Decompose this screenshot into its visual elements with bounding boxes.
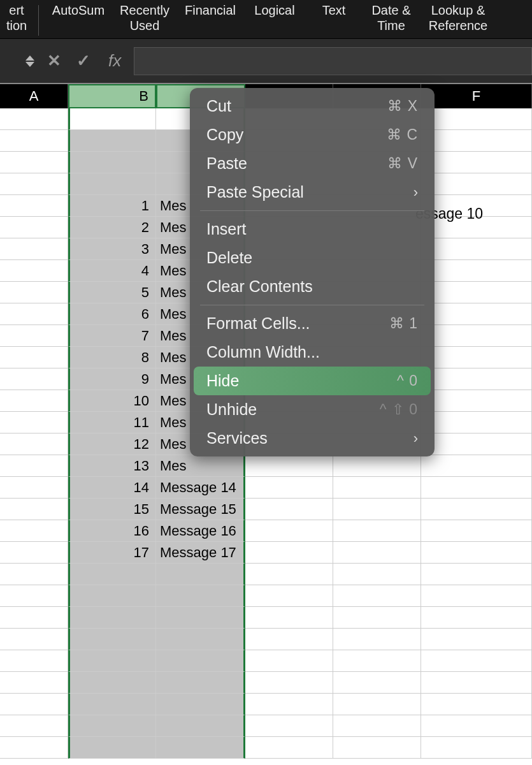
cell[interactable] — [333, 650, 421, 672]
cell[interactable] — [156, 650, 245, 672]
cell[interactable] — [0, 607, 68, 629]
cell[interactable] — [421, 282, 532, 303]
cell[interactable] — [333, 455, 421, 477]
cell[interactable] — [421, 672, 532, 694]
cell[interactable] — [421, 108, 532, 130]
cell[interactable] — [0, 303, 68, 325]
cell[interactable] — [333, 629, 421, 650]
cell[interactable] — [156, 607, 245, 629]
cell[interactable] — [333, 499, 421, 520]
cell[interactable]: 6 — [68, 303, 156, 325]
cell[interactable] — [0, 130, 68, 152]
cell[interactable]: Message 16 — [156, 520, 245, 542]
cell[interactable] — [156, 715, 245, 737]
cell[interactable]: Mes — [156, 455, 245, 477]
ribbon-button[interactable]: Financial — [176, 3, 244, 18]
cell[interactable] — [0, 260, 68, 282]
cell[interactable] — [421, 499, 532, 520]
cell[interactable] — [0, 108, 68, 130]
cell[interactable] — [0, 629, 68, 650]
cell[interactable] — [156, 585, 245, 607]
cell[interactable]: 13 — [68, 455, 156, 477]
cell[interactable] — [245, 542, 333, 564]
cell[interactable] — [0, 282, 68, 303]
cell[interactable]: 10 — [68, 390, 156, 412]
cell[interactable] — [245, 499, 333, 520]
cell[interactable] — [421, 130, 532, 152]
cell[interactable] — [421, 412, 532, 433]
cell[interactable] — [421, 152, 532, 173]
cell[interactable] — [0, 412, 68, 433]
cell[interactable] — [68, 737, 156, 759]
cell[interactable] — [421, 564, 532, 585]
cell[interactable] — [68, 585, 156, 607]
cell[interactable] — [421, 368, 532, 390]
cell[interactable] — [421, 347, 532, 368]
ribbon-button[interactable]: ert tion — [0, 3, 33, 33]
cell[interactable] — [68, 152, 156, 173]
cell[interactable] — [0, 325, 68, 347]
cell[interactable] — [333, 694, 421, 715]
cell[interactable] — [68, 650, 156, 672]
cell[interactable]: 15 — [68, 499, 156, 520]
formula-input[interactable] — [134, 47, 532, 75]
cell[interactable] — [68, 607, 156, 629]
cell[interactable] — [245, 737, 333, 759]
cell[interactable] — [68, 108, 156, 130]
cell[interactable] — [245, 672, 333, 694]
cell[interactable] — [421, 260, 532, 282]
cell[interactable] — [421, 303, 532, 325]
cell[interactable] — [333, 672, 421, 694]
menu-item-delete[interactable]: Delete — [194, 244, 431, 272]
column-header-a[interactable]: A — [0, 84, 68, 108]
cell[interactable] — [421, 607, 532, 629]
menu-item-unhide[interactable]: Unhide^ ⇧ 0 — [194, 395, 431, 424]
cell[interactable] — [333, 520, 421, 542]
cell[interactable] — [245, 629, 333, 650]
cell[interactable] — [245, 455, 333, 477]
cell[interactable] — [245, 564, 333, 585]
cell[interactable] — [0, 520, 68, 542]
cell[interactable] — [421, 520, 532, 542]
cell[interactable] — [421, 238, 532, 260]
cell[interactable] — [0, 542, 68, 564]
cell[interactable] — [156, 629, 245, 650]
cell[interactable] — [421, 390, 532, 412]
cell[interactable] — [0, 390, 68, 412]
cell[interactable] — [421, 585, 532, 607]
cell[interactable] — [0, 368, 68, 390]
cell[interactable] — [245, 477, 333, 499]
cell[interactable] — [156, 694, 245, 715]
cell[interactable] — [68, 715, 156, 737]
column-header-f[interactable]: F — [421, 84, 532, 108]
cell[interactable]: Message 15 — [156, 499, 245, 520]
cell[interactable]: 9 — [68, 368, 156, 390]
cell[interactable]: 4 — [68, 260, 156, 282]
cell[interactable]: 12 — [68, 433, 156, 455]
cell[interactable]: 16 — [68, 520, 156, 542]
fx-label[interactable]: fx — [108, 51, 121, 71]
cell[interactable] — [421, 477, 532, 499]
ribbon-button[interactable]: AutoSum — [44, 3, 113, 18]
cell[interactable] — [0, 650, 68, 672]
ribbon-button[interactable]: Logical — [244, 3, 305, 18]
cell[interactable]: 5 — [68, 282, 156, 303]
cell[interactable] — [0, 152, 68, 173]
cancel-formula-button[interactable]: ✕ — [45, 51, 64, 71]
menu-item-services[interactable]: Services› — [194, 424, 431, 453]
cell[interactable] — [68, 672, 156, 694]
cell[interactable] — [421, 455, 532, 477]
name-box-stepper[interactable] — [25, 55, 34, 67]
menu-item-copy[interactable]: Copy⌘ C — [194, 120, 431, 149]
cell[interactable] — [0, 585, 68, 607]
cell[interactable] — [156, 564, 245, 585]
column-header-b[interactable]: B — [68, 84, 156, 108]
menu-item-clear-contents[interactable]: Clear Contents — [194, 272, 431, 301]
cell[interactable] — [333, 477, 421, 499]
cell[interactable] — [0, 737, 68, 759]
cell[interactable] — [245, 520, 333, 542]
ribbon-button[interactable]: Text — [305, 3, 363, 18]
confirm-formula-button[interactable]: ✓ — [74, 51, 93, 71]
cell[interactable] — [245, 694, 333, 715]
cell[interactable] — [0, 195, 68, 217]
